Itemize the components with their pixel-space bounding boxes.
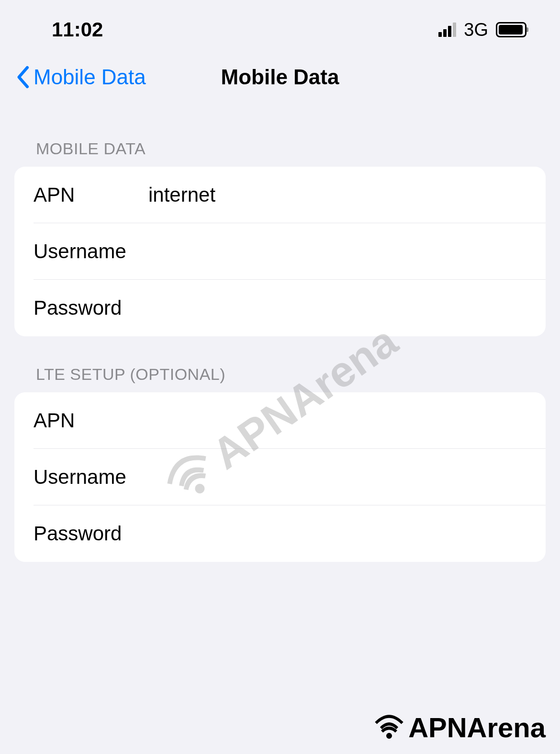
network-type: 3G (464, 20, 488, 40)
section-group-mobile-data: APN Username Password (14, 167, 546, 336)
row-mobile-apn[interactable]: APN (34, 167, 546, 223)
row-lte-password[interactable]: Password (14, 505, 546, 562)
row-mobile-username[interactable]: Username (34, 223, 546, 280)
navigation-bar: Mobile Data Mobile Data (0, 51, 560, 111)
section-header-lte-setup: LTE SETUP (OPTIONAL) (0, 336, 560, 392)
field-label: Username (34, 240, 148, 263)
page-title: Mobile Data (221, 65, 339, 89)
row-mobile-password[interactable]: Password (14, 280, 546, 336)
apn-input[interactable] (148, 183, 526, 206)
back-button[interactable]: Mobile Data (14, 65, 146, 89)
password-input[interactable] (148, 297, 526, 320)
chevron-left-icon (14, 65, 31, 89)
status-bar: 11:02 3G (0, 0, 560, 51)
section-group-lte-setup: APN Username Password (14, 392, 546, 562)
username-input[interactable] (148, 240, 526, 263)
field-label: Password (34, 522, 148, 545)
status-time: 11:02 (52, 18, 103, 41)
field-label: APN (34, 183, 148, 206)
section-header-mobile-data: MOBILE DATA (0, 111, 560, 167)
cellular-signal-icon (438, 23, 456, 37)
row-lte-apn[interactable]: APN (34, 392, 546, 449)
watermark-corner: APNArena (372, 710, 546, 744)
row-lte-username[interactable]: Username (34, 449, 546, 505)
status-indicators: 3G (438, 20, 526, 40)
lte-password-input[interactable] (148, 522, 526, 545)
wifi-icon (372, 710, 406, 744)
field-label: APN (34, 409, 148, 432)
field-label: Username (34, 466, 148, 489)
lte-username-input[interactable] (148, 466, 526, 489)
lte-apn-input[interactable] (148, 409, 526, 432)
back-label: Mobile Data (34, 65, 146, 89)
field-label: Password (34, 297, 148, 320)
battery-icon (496, 22, 526, 37)
